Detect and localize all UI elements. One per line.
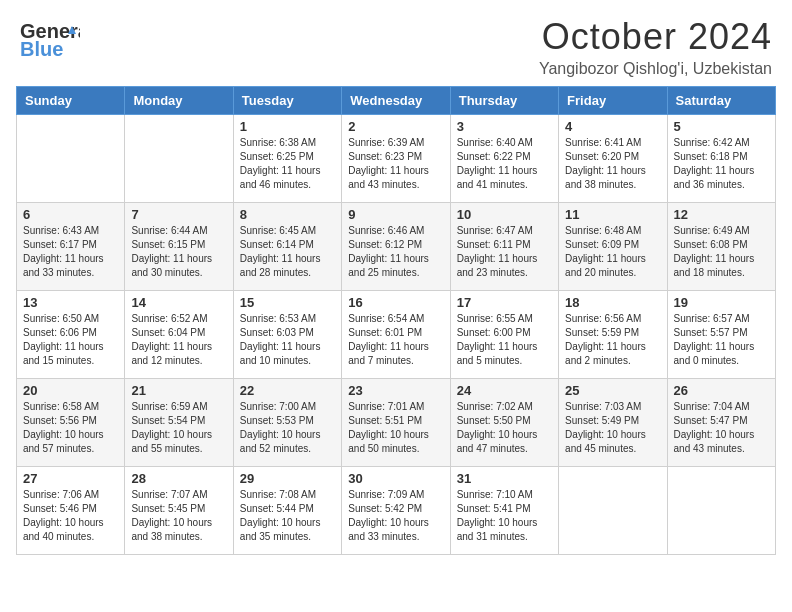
calendar-week-row: 1Sunrise: 6:38 AMSunset: 6:25 PMDaylight… [17,115,776,203]
day-number: 5 [674,119,769,134]
day-number: 26 [674,383,769,398]
calendar-header-row: Sunday Monday Tuesday Wednesday Thursday… [17,87,776,115]
day-detail: Sunrise: 7:04 AMSunset: 5:47 PMDaylight:… [674,400,769,456]
day-number: 28 [131,471,226,486]
table-row: 1Sunrise: 6:38 AMSunset: 6:25 PMDaylight… [233,115,341,203]
day-number: 4 [565,119,660,134]
table-row: 6Sunrise: 6:43 AMSunset: 6:17 PMDaylight… [17,203,125,291]
day-number: 9 [348,207,443,222]
day-detail: Sunrise: 6:50 AMSunset: 6:06 PMDaylight:… [23,312,118,368]
day-detail: Sunrise: 6:59 AMSunset: 5:54 PMDaylight:… [131,400,226,456]
table-row: 17Sunrise: 6:55 AMSunset: 6:00 PMDayligh… [450,291,558,379]
col-monday: Monday [125,87,233,115]
day-number: 30 [348,471,443,486]
table-row: 13Sunrise: 6:50 AMSunset: 6:06 PMDayligh… [17,291,125,379]
table-row: 5Sunrise: 6:42 AMSunset: 6:18 PMDaylight… [667,115,775,203]
table-row: 15Sunrise: 6:53 AMSunset: 6:03 PMDayligh… [233,291,341,379]
day-detail: Sunrise: 6:39 AMSunset: 6:23 PMDaylight:… [348,136,443,192]
table-row: 12Sunrise: 6:49 AMSunset: 6:08 PMDayligh… [667,203,775,291]
day-detail: Sunrise: 6:40 AMSunset: 6:22 PMDaylight:… [457,136,552,192]
day-detail: Sunrise: 6:55 AMSunset: 6:00 PMDaylight:… [457,312,552,368]
day-detail: Sunrise: 6:45 AMSunset: 6:14 PMDaylight:… [240,224,335,280]
table-row: 19Sunrise: 6:57 AMSunset: 5:57 PMDayligh… [667,291,775,379]
table-row [125,115,233,203]
table-row: 4Sunrise: 6:41 AMSunset: 6:20 PMDaylight… [559,115,667,203]
day-detail: Sunrise: 6:47 AMSunset: 6:11 PMDaylight:… [457,224,552,280]
day-number: 25 [565,383,660,398]
table-row [17,115,125,203]
table-row: 24Sunrise: 7:02 AMSunset: 5:50 PMDayligh… [450,379,558,467]
day-detail: Sunrise: 7:07 AMSunset: 5:45 PMDaylight:… [131,488,226,544]
day-number: 11 [565,207,660,222]
day-detail: Sunrise: 6:41 AMSunset: 6:20 PMDaylight:… [565,136,660,192]
table-row: 14Sunrise: 6:52 AMSunset: 6:04 PMDayligh… [125,291,233,379]
table-row: 31Sunrise: 7:10 AMSunset: 5:41 PMDayligh… [450,467,558,555]
day-detail: Sunrise: 6:48 AMSunset: 6:09 PMDaylight:… [565,224,660,280]
day-number: 14 [131,295,226,310]
day-detail: Sunrise: 7:10 AMSunset: 5:41 PMDaylight:… [457,488,552,544]
calendar-week-row: 6Sunrise: 6:43 AMSunset: 6:17 PMDaylight… [17,203,776,291]
table-row: 20Sunrise: 6:58 AMSunset: 5:56 PMDayligh… [17,379,125,467]
day-number: 10 [457,207,552,222]
table-row: 7Sunrise: 6:44 AMSunset: 6:15 PMDaylight… [125,203,233,291]
day-detail: Sunrise: 6:49 AMSunset: 6:08 PMDaylight:… [674,224,769,280]
page-header: General Blue October 2024 Yangibozor Qis… [0,0,792,86]
day-detail: Sunrise: 6:46 AMSunset: 6:12 PMDaylight:… [348,224,443,280]
month-title: October 2024 [539,16,772,58]
day-detail: Sunrise: 6:56 AMSunset: 5:59 PMDaylight:… [565,312,660,368]
table-row: 10Sunrise: 6:47 AMSunset: 6:11 PMDayligh… [450,203,558,291]
logo-icon: General Blue [20,16,80,66]
day-number: 24 [457,383,552,398]
day-detail: Sunrise: 7:00 AMSunset: 5:53 PMDaylight:… [240,400,335,456]
table-row: 16Sunrise: 6:54 AMSunset: 6:01 PMDayligh… [342,291,450,379]
table-row: 18Sunrise: 6:56 AMSunset: 5:59 PMDayligh… [559,291,667,379]
col-friday: Friday [559,87,667,115]
day-number: 15 [240,295,335,310]
day-detail: Sunrise: 7:02 AMSunset: 5:50 PMDaylight:… [457,400,552,456]
calendar-week-row: 20Sunrise: 6:58 AMSunset: 5:56 PMDayligh… [17,379,776,467]
title-area: October 2024 Yangibozor Qishlog'i, Uzbek… [539,16,772,78]
day-number: 31 [457,471,552,486]
day-number: 19 [674,295,769,310]
logo: General Blue [20,16,84,66]
day-number: 27 [23,471,118,486]
day-detail: Sunrise: 6:38 AMSunset: 6:25 PMDaylight:… [240,136,335,192]
table-row: 28Sunrise: 7:07 AMSunset: 5:45 PMDayligh… [125,467,233,555]
table-row: 21Sunrise: 6:59 AMSunset: 5:54 PMDayligh… [125,379,233,467]
day-number: 29 [240,471,335,486]
day-detail: Sunrise: 7:06 AMSunset: 5:46 PMDaylight:… [23,488,118,544]
day-number: 21 [131,383,226,398]
day-detail: Sunrise: 6:44 AMSunset: 6:15 PMDaylight:… [131,224,226,280]
day-number: 6 [23,207,118,222]
calendar-week-row: 13Sunrise: 6:50 AMSunset: 6:06 PMDayligh… [17,291,776,379]
col-saturday: Saturday [667,87,775,115]
table-row: 27Sunrise: 7:06 AMSunset: 5:46 PMDayligh… [17,467,125,555]
day-number: 22 [240,383,335,398]
calendar-wrapper: Sunday Monday Tuesday Wednesday Thursday… [0,86,792,563]
day-number: 1 [240,119,335,134]
col-tuesday: Tuesday [233,87,341,115]
day-detail: Sunrise: 7:03 AMSunset: 5:49 PMDaylight:… [565,400,660,456]
col-sunday: Sunday [17,87,125,115]
day-detail: Sunrise: 6:42 AMSunset: 6:18 PMDaylight:… [674,136,769,192]
table-row: 11Sunrise: 6:48 AMSunset: 6:09 PMDayligh… [559,203,667,291]
table-row: 9Sunrise: 6:46 AMSunset: 6:12 PMDaylight… [342,203,450,291]
day-detail: Sunrise: 6:43 AMSunset: 6:17 PMDaylight:… [23,224,118,280]
day-number: 7 [131,207,226,222]
table-row: 3Sunrise: 6:40 AMSunset: 6:22 PMDaylight… [450,115,558,203]
day-number: 12 [674,207,769,222]
table-row [559,467,667,555]
day-detail: Sunrise: 7:08 AMSunset: 5:44 PMDaylight:… [240,488,335,544]
calendar-table: Sunday Monday Tuesday Wednesday Thursday… [16,86,776,555]
day-number: 18 [565,295,660,310]
table-row: 25Sunrise: 7:03 AMSunset: 5:49 PMDayligh… [559,379,667,467]
day-detail: Sunrise: 7:01 AMSunset: 5:51 PMDaylight:… [348,400,443,456]
table-row: 8Sunrise: 6:45 AMSunset: 6:14 PMDaylight… [233,203,341,291]
col-thursday: Thursday [450,87,558,115]
col-wednesday: Wednesday [342,87,450,115]
day-detail: Sunrise: 6:54 AMSunset: 6:01 PMDaylight:… [348,312,443,368]
day-detail: Sunrise: 6:58 AMSunset: 5:56 PMDaylight:… [23,400,118,456]
day-number: 16 [348,295,443,310]
day-number: 3 [457,119,552,134]
day-detail: Sunrise: 7:09 AMSunset: 5:42 PMDaylight:… [348,488,443,544]
